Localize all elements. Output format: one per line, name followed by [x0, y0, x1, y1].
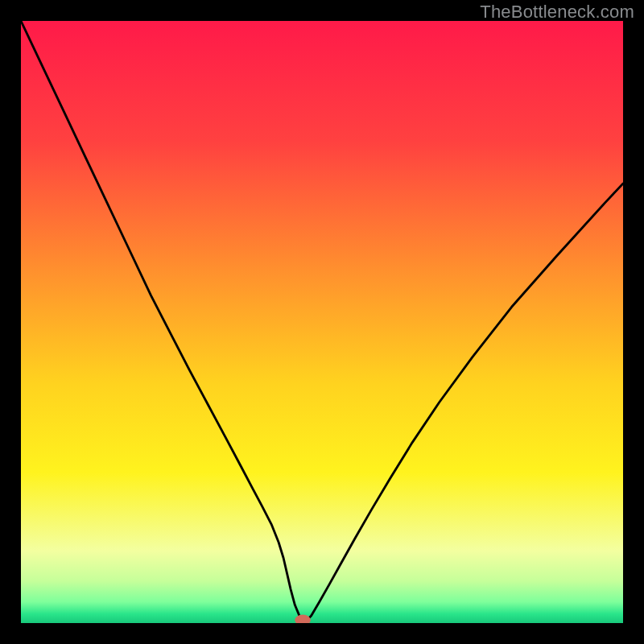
chart-svg: [21, 21, 623, 623]
gradient-background: [21, 21, 623, 623]
watermark-text: TheBottleneck.com: [480, 2, 634, 23]
chart-plot-area: [21, 21, 623, 623]
chart-frame: TheBottleneck.com: [0, 0, 644, 644]
